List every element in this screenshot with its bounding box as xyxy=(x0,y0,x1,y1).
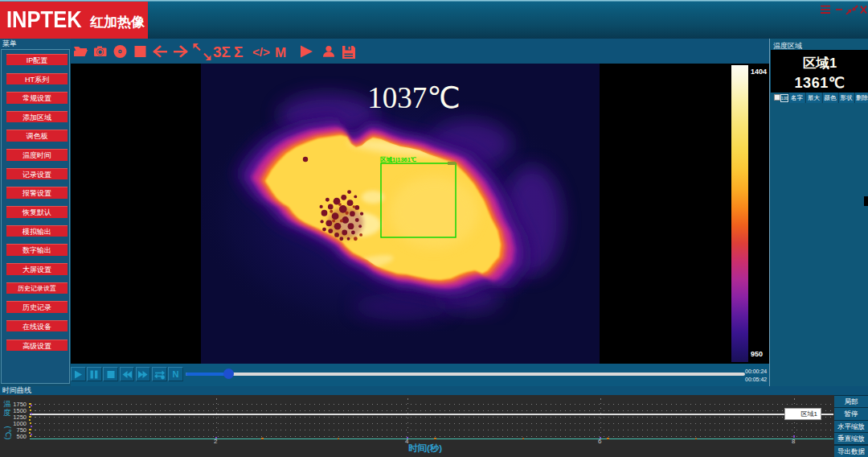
svg-text:3Σ: 3Σ xyxy=(213,43,231,60)
svg-text:1037℃: 1037℃ xyxy=(367,81,461,114)
svg-text:区域1|1361℃: 区域1|1361℃ xyxy=(380,156,416,163)
svg-text:M: M xyxy=(275,45,286,60)
svg-text:Σ: Σ xyxy=(234,43,243,60)
svg-text:</>: </> xyxy=(252,45,270,59)
